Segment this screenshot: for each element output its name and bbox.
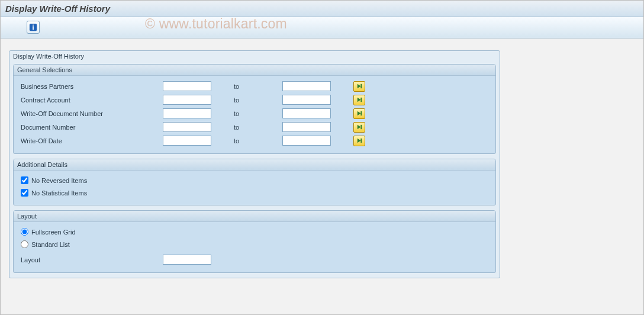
arrow-right-icon (356, 124, 363, 130)
label-standard-list: Standard List (31, 241, 70, 248)
radio-standard-list[interactable] (21, 240, 28, 248)
content-area: Display Write-Off History General Select… (1, 38, 643, 290)
arrow-right-icon (356, 83, 363, 89)
input-contract-account-from[interactable] (163, 95, 211, 105)
input-document-number-to[interactable] (282, 122, 331, 132)
input-layout[interactable] (163, 255, 211, 265)
row-no-reversed: No Reversed Items (21, 174, 490, 187)
input-business-partners-from[interactable] (163, 81, 211, 91)
arrow-right-icon (356, 97, 363, 103)
layout-group: Layout Fullscreen Grid Standard List Lay… (13, 210, 496, 273)
info-button[interactable] (27, 21, 40, 34)
row-writeoff-doc-number: Write-Off Document Number to (21, 107, 490, 120)
to-label: to (211, 110, 282, 117)
row-contract-account: Contract Account to (21, 93, 490, 107)
checkbox-no-reversed[interactable] (21, 176, 28, 184)
svg-rect-6 (360, 125, 362, 129)
label-fullscreen-grid: Fullscreen Grid (31, 229, 76, 236)
label-contract-account: Contract Account (21, 97, 163, 104)
row-layout-field: Layout (21, 253, 490, 266)
multi-select-button-business-partners[interactable] (353, 81, 365, 92)
app-window: Display Write-Off History © www.tutorial… (0, 0, 644, 315)
label-writeoff-doc-number: Write-Off Document Number (21, 110, 163, 117)
row-standard-list: Standard List (21, 238, 490, 250)
info-icon (29, 23, 37, 31)
row-no-statistical: No Statistical Items (21, 187, 490, 199)
checkbox-no-statistical[interactable] (21, 189, 28, 197)
arrow-right-icon (356, 137, 363, 144)
main-group-title: Display Write-Off History (9, 51, 500, 62)
layout-group-title: Layout (14, 211, 495, 222)
titlebar: Display Write-Off History (1, 1, 643, 17)
label-no-reversed: No Reversed Items (31, 177, 87, 184)
svg-rect-4 (360, 98, 362, 102)
row-writeoff-date: Write-Off Date to (21, 134, 490, 147)
general-selections-group: General Selections Business Partners to … (13, 64, 496, 154)
to-label: to (211, 83, 282, 90)
radio-fullscreen-grid[interactable] (21, 228, 28, 236)
input-document-number-from[interactable] (163, 122, 211, 132)
to-label: to (211, 137, 282, 144)
layout-body: Fullscreen Grid Standard List Layout (14, 222, 495, 272)
main-group: Display Write-Off History General Select… (9, 50, 500, 278)
additional-details-group: Additional Details No Reversed Items No … (13, 159, 496, 205)
input-contract-account-to[interactable] (282, 95, 331, 105)
label-writeoff-date: Write-Off Date (21, 137, 163, 144)
general-selections-body: Business Partners to Contract Account to (14, 76, 495, 153)
row-business-partners: Business Partners to (21, 79, 490, 93)
page-title: Display Write-Off History (5, 4, 110, 14)
additional-details-body: No Reversed Items No Statistical Items (14, 171, 495, 205)
input-writeoff-doc-number-to[interactable] (282, 108, 331, 118)
input-writeoff-date-to[interactable] (282, 136, 331, 146)
to-label: to (211, 97, 282, 104)
svg-rect-2 (33, 26, 34, 30)
label-document-number: Document Number (21, 124, 163, 131)
label-business-partners: Business Partners (21, 83, 163, 90)
arrow-right-icon (356, 110, 363, 117)
label-no-statistical: No Statistical Items (31, 189, 87, 197)
additional-details-title: Additional Details (14, 159, 495, 171)
toolbar (1, 17, 643, 38)
input-writeoff-doc-number-from[interactable] (163, 108, 211, 118)
svg-rect-5 (360, 111, 362, 115)
label-layout-field: Layout (21, 256, 163, 263)
svg-rect-1 (33, 25, 34, 26)
multi-select-button-writeoff-doc-number[interactable] (353, 108, 365, 119)
general-selections-title: General Selections (14, 65, 495, 76)
row-document-number: Document Number to (21, 120, 490, 134)
multi-select-button-writeoff-date[interactable] (353, 136, 365, 146)
input-business-partners-to[interactable] (282, 81, 331, 91)
multi-select-button-contract-account[interactable] (353, 95, 365, 105)
to-label: to (211, 124, 282, 131)
svg-rect-7 (360, 139, 362, 143)
multi-select-button-document-number[interactable] (353, 122, 365, 133)
input-writeoff-date-from[interactable] (163, 136, 211, 146)
svg-rect-3 (360, 84, 362, 88)
row-fullscreen-grid: Fullscreen Grid (21, 226, 490, 238)
